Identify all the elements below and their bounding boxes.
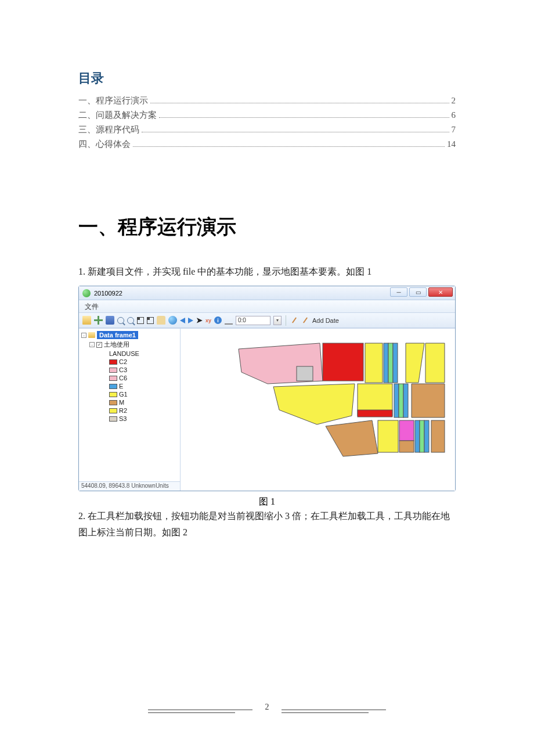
add-date-button[interactable]: Add Date [312,317,339,324]
back-icon[interactable] [180,318,185,323]
svg-marker-9 [273,384,355,424]
pencil-icon[interactable] [301,316,309,325]
toc-heading: 目录 [78,70,456,87]
select-icon[interactable]: ➤ [196,316,203,325]
scale-dropdown-icon[interactable]: ▾ [273,316,282,325]
svg-marker-7 [406,343,424,383]
layer-node[interactable]: 土地使用 [104,340,129,349]
svg-marker-8 [425,343,445,383]
legend-label: S3 [119,415,127,422]
toolbar-separator [286,315,286,326]
svg-marker-16 [326,420,378,456]
paragraph-2: 2. 在工具栏加载按钮，按钮功能是对当前视图缩小 3 倍；在工具栏加载工具，工具… [78,508,456,541]
svg-rect-17 [378,420,398,452]
toc-leader [150,103,449,103]
toc-page: 2 [452,96,456,106]
window-maximize-button[interactable]: ▭ [409,287,427,297]
identify-icon[interactable]: i [214,316,222,324]
app-icon [82,289,91,297]
toc-label: 一、程序运行演示 [78,95,148,106]
legend-label: R2 [119,407,127,414]
legend-swatch [109,400,117,405]
legend-label: G1 [119,391,128,398]
forward-icon[interactable] [188,318,193,323]
legend-swatch [109,376,117,381]
svg-marker-15 [412,384,445,417]
toc-page: 6 [452,110,456,120]
toc-row[interactable]: 四、心得体会 14 [78,139,456,150]
legend-swatch [109,392,117,397]
toc-row[interactable]: 一、程序运行演示 2 [78,95,456,106]
legend-swatch [109,384,117,389]
fixed-zoom-icon[interactable] [147,317,154,324]
status-bar: 54408.09, 89643.8 UnknownUnits [79,481,180,491]
svg-rect-11 [358,410,392,417]
data-frame-node[interactable]: Data frame1 [97,331,138,339]
tree-collapse-icon[interactable]: - [81,333,86,338]
svg-rect-13 [399,384,403,417]
toc-row[interactable]: 二、问题及解决方案 6 [78,110,456,121]
add-data-icon[interactable] [94,316,103,325]
page-number: 2 [265,703,269,712]
zoom-in-icon[interactable] [117,317,124,324]
field-label: LANDUSE [109,350,139,357]
legend-swatch [109,408,117,413]
measure-icon[interactable] [225,316,233,325]
menubar: 文件 [79,300,455,313]
window-titlebar[interactable]: 20100922 ─ ▭ ✕ [79,286,455,300]
svg-rect-6 [393,343,398,383]
toc-row[interactable]: 三、源程序代码 7 [78,124,456,135]
footer-rule-right [282,710,386,713]
scale-input[interactable]: 0:0 [236,316,270,325]
svg-rect-14 [403,384,408,417]
legend-swatch [109,368,117,373]
page-footer: 2 [0,703,534,715]
legend-label: C2 [119,358,127,365]
svg-rect-22 [424,420,429,452]
svg-rect-21 [420,420,424,452]
xy-icon[interactable]: xy [205,318,211,323]
window-close-button[interactable]: ✕ [428,287,453,297]
toc-label: 二、问题及解决方案 [78,110,157,121]
toc-page: 14 [447,139,456,149]
toc-page: 7 [452,125,456,135]
figure-caption: 图 1 [78,496,456,508]
window-title: 20100922 [94,290,122,297]
save-icon[interactable] [106,316,114,325]
folder-icon [88,332,95,338]
toc-leader [133,146,445,147]
svg-rect-23 [431,420,445,452]
legend-label: C6 [119,375,127,381]
tree-collapse-icon[interactable]: - [89,342,95,347]
zoom-out-icon[interactable] [127,317,134,324]
footer-rule-left [148,710,252,713]
legend-label: M [119,399,124,406]
svg-rect-12 [394,384,399,417]
table-of-contents: 一、程序运行演示 2 二、问题及解决方案 6 三、源程序代码 7 四、心得体会 … [78,95,456,150]
map-canvas[interactable] [181,329,455,491]
svg-rect-4 [384,343,388,383]
layers-panel: - Data frame1 - ✓ 土地使用 LANDUSE C2 C3 C6 … [79,329,181,491]
pan-icon[interactable] [157,316,165,325]
toc-leader [159,117,449,118]
menu-file[interactable]: 文件 [85,303,99,311]
svg-rect-5 [388,343,393,383]
pencil-icon[interactable] [290,316,298,325]
svg-rect-20 [415,420,420,452]
window-minimize-button[interactable]: ─ [390,287,407,297]
toolbar: ➤ xy i 0:0 ▾ Add Date [79,313,455,328]
app-window: 20100922 ─ ▭ ✕ 文件 ➤ xy i 0:0 ▾ Add Date [78,286,456,491]
open-icon[interactable] [82,316,91,325]
layer-visibility-checkbox[interactable]: ✓ [96,342,102,348]
full-extent-icon[interactable] [137,317,144,324]
globe-icon[interactable] [168,316,177,325]
toc-leader [142,132,449,132]
svg-rect-3 [365,343,383,383]
svg-rect-18 [399,420,414,441]
svg-rect-19 [399,441,414,452]
svg-rect-2 [297,366,313,381]
legend-label: E [119,383,123,390]
legend-swatch [109,359,117,365]
svg-rect-1 [323,343,363,381]
legend-swatch [109,416,117,422]
